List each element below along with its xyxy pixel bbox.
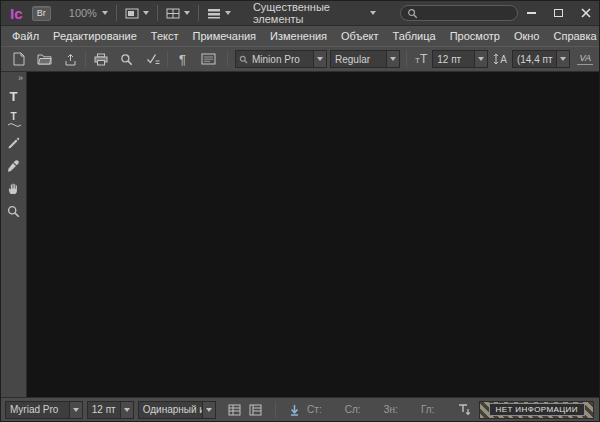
chevron-down-icon [102,11,108,15]
incopy-window: Ic Br 100% Существе [0,0,600,422]
type-tool-icon: T [10,89,18,104]
window-controls [518,1,599,25]
hand-icon [7,182,20,195]
eyedropper-icon [7,159,20,172]
menu-type[interactable]: Текст [144,26,186,46]
status-font-size-arrow[interactable] [120,402,133,418]
leading-icon: A [491,53,509,65]
leading-value: (14,4 пт [513,54,556,65]
status-font-family-arrow[interactable] [69,402,82,418]
note-tool-button[interactable] [3,132,25,153]
menu-edit[interactable]: Редактирование [46,26,144,46]
arrange-documents-icon [207,8,221,19]
chevron-down-icon [184,11,190,15]
zoom-level-dropdown[interactable]: 100% [61,1,116,25]
pilcrow-icon: ¶ [179,52,186,67]
menu-object[interactable]: Объект [334,26,385,46]
maximize-icon [554,9,563,17]
spellcheck-button[interactable] [141,49,164,69]
jump-to-overset-button[interactable] [286,401,303,419]
font-family-arrow[interactable] [313,51,326,67]
close-icon [581,8,591,18]
zoom-tool-button[interactable] [3,201,25,222]
show-hidden-characters-button[interactable]: ¶ [171,49,194,69]
new-document-button[interactable] [7,49,30,69]
chevron-down-icon [317,57,323,61]
menu-window[interactable]: Окно [507,26,547,46]
line-numbers-button[interactable] [247,401,264,419]
chevron-down-icon [225,11,231,15]
search-icon [407,8,418,19]
find-button[interactable] [115,49,138,69]
bridge-button[interactable]: Br [32,6,51,21]
minimize-icon [527,12,536,14]
screen-mode-icon [166,8,180,19]
chevron-down-icon [143,11,149,15]
status-font-size-value: 12 пт [88,404,120,415]
control-toolbar: ¶ Minion Pro Regular TT 12 пт A [1,46,599,72]
menu-view[interactable]: Просмотр [443,26,507,46]
workspace-switcher[interactable]: Существенные элементы [243,1,386,25]
panel-collapse-chevrons-icon[interactable]: » [18,73,26,85]
eyedropper-tool-button[interactable] [3,155,25,176]
line-spacing-combo[interactable]: Одинарный и [138,401,216,419]
menu-table[interactable]: Таблица [386,26,443,46]
status-bar: Myriad Pro 12 пт Одинарный и Ст: Сл: [1,397,599,421]
font-family-value: Minion Pro [248,54,313,65]
chevron-down-icon [560,57,566,61]
stat-depth: Гл: [421,404,440,415]
menu-notes[interactable]: Примечания [186,26,264,46]
leading-combo[interactable]: (14,4 пт [512,50,570,68]
stat-words: Сл: [345,404,367,415]
chevron-down-icon [478,57,484,61]
view-options-dropdown[interactable] [117,1,157,25]
leading-arrow[interactable] [556,51,569,67]
line-spacing-arrow[interactable] [202,402,215,418]
note-tool-icon [7,136,20,149]
check-in-button[interactable] [59,49,82,69]
tools-panel: » T T [1,72,27,397]
font-style-combo[interactable]: Regular [330,50,400,68]
chevron-down-icon [390,57,396,61]
close-button[interactable] [572,1,599,25]
search-box[interactable] [400,5,518,21]
copyfit-progress-bar: НЕТ ИНФОРМАЦИИ [479,401,594,419]
separator [167,51,168,67]
font-size-value: 12 пт [433,54,474,65]
status-font-family-value: Myriad Pro [6,404,69,415]
type-on-path-tool-button[interactable]: T [3,109,25,130]
font-size-arrow[interactable] [474,51,487,67]
search-input[interactable] [422,8,514,19]
open-document-button[interactable] [33,49,56,69]
maximize-button[interactable] [545,1,572,25]
font-style-value: Regular [331,54,386,65]
font-size-icon: TT [413,53,429,65]
font-size-combo[interactable]: 12 пт [432,50,488,68]
kerning-icon[interactable]: VA [577,53,593,65]
type-on-path-icon: T [7,112,21,127]
zoom-icon [7,205,20,218]
menu-file[interactable]: Файл [5,26,46,46]
hand-tool-button[interactable] [3,178,25,199]
text-frame-options-button[interactable] [197,49,220,69]
menu-changes[interactable]: Изменения [263,26,334,46]
arrange-documents-dropdown[interactable] [199,1,239,25]
status-font-size-combo[interactable]: 12 пт [87,401,134,419]
screen-mode-dropdown[interactable] [158,1,198,25]
stat-characters: Зн: [384,404,404,415]
print-button[interactable] [89,49,112,69]
separator [85,51,86,67]
font-style-arrow[interactable] [386,51,399,67]
minimize-button[interactable] [518,1,545,25]
type-tool-button[interactable]: T [3,86,25,107]
separator [275,402,276,418]
menu-help[interactable]: Справка [546,26,600,46]
copyfit-progress-icon [457,403,471,416]
font-family-combo[interactable]: Minion Pro [235,50,327,68]
chevron-down-icon [124,408,130,412]
separator [406,51,407,67]
main-area: » T T [1,72,599,397]
status-font-family-combo[interactable]: Myriad Pro [5,401,83,419]
titlebar: Ic Br 100% Существе [1,1,599,26]
galley-info-button[interactable] [226,401,243,419]
